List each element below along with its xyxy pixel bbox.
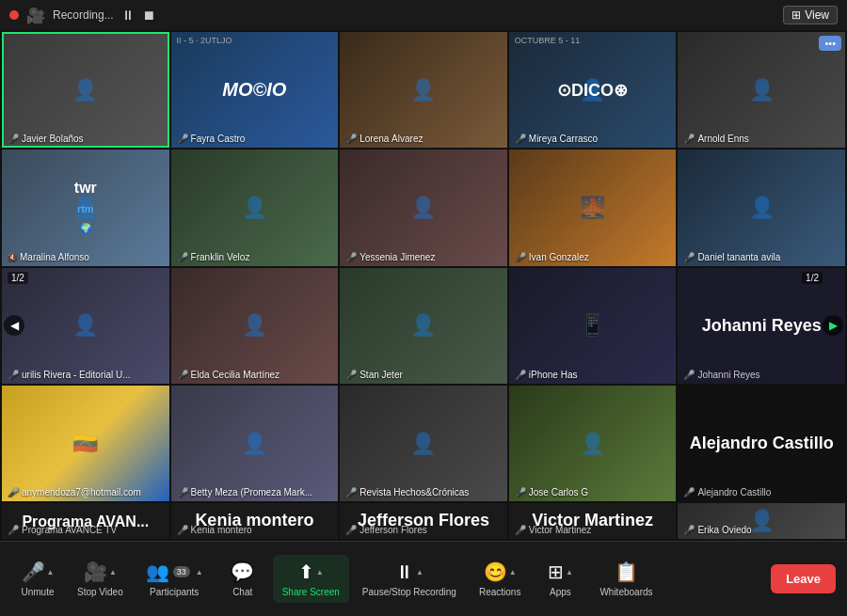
video-cell-murilis[interactable]: ◀ 1/2 👤 🎤 urilis Rivera - Editorial U... (2, 268, 169, 384)
mic-icon-jose: 🎤 (515, 487, 526, 498)
video-cell-iphone[interactable]: 📱 🎤 iPhone Has (509, 268, 677, 384)
video-cell-jose[interactable]: 👤 🎤 Jose Carlos G (509, 386, 677, 501)
share-screen-icon: ⬆ (298, 561, 314, 583)
apps-label: Apps (550, 587, 571, 597)
mic-icon-arnold: 🎤 (683, 134, 695, 144)
video-cell-arnold[interactable]: 👤 ••• 🎤 Arnold Enns (678, 32, 845, 148)
video-cell-javier[interactable]: 👤 🎤 Javier Bolaños (2, 32, 169, 148)
stop-recording-icon[interactable]: ⏹ (142, 8, 155, 23)
share-screen-label: Share Screen (282, 587, 340, 597)
video-cell-johanni[interactable]: ▶ 1/2 Johanni Reyes 🎤 Johanni Reyes (678, 268, 845, 384)
mic-icon-yessenia: 🎤 (345, 252, 357, 262)
nav-left-arrow[interactable]: ◀ (4, 315, 24, 336)
mocio-overlay: MO©IO (171, 32, 339, 148)
video-feed-franklin: 👤 (171, 150, 339, 265)
name-tag-programa: 🎤 Programa AVANCE TV (8, 525, 117, 535)
mic-icon-elda: 🎤 (177, 370, 188, 380)
video-cell-yessenia[interactable]: 👤 🎤 Yessenia Jimenez (340, 150, 507, 265)
name-tag-jefferson: 🎤 Jefferson Flores (345, 525, 427, 535)
share-screen-button[interactable]: ⬆ ▲ Share Screen (273, 555, 349, 603)
name-tag-elda: 🎤 Elda Cecilia Martínez (177, 370, 280, 380)
video-cell-maralina[interactable]: 👤 twrrtm🌍 🔇 Maralina Alfonso (2, 150, 169, 265)
twr-overlay: twrrtm🌍 (2, 150, 169, 265)
chat-button[interactable]: 💬 Chat (216, 555, 269, 603)
mic-icon-iphone: 🎤 (515, 370, 526, 380)
pause-icon-row: ⏸ ▲ (395, 561, 424, 583)
mic-icon-kenia: 🎤 (177, 525, 188, 535)
video-cell-programa[interactable]: Programa AVAN... 🎤 Programa AVANCE TV (2, 503, 169, 539)
participants-caret[interactable]: ▲ (196, 568, 203, 577)
video-cell-betty[interactable]: 👤 🎤 Betty Meza (Promeza Mark... (171, 386, 339, 501)
pause-recording-icon[interactable]: ⏸ (121, 8, 135, 23)
top-bar-left: 🎥 Recording... ⏸ ⏹ (9, 7, 155, 24)
name-tag-betty: 🎤 Betty Meza (Promeza Mark... (177, 487, 312, 498)
stop-video-caret[interactable]: ▲ (109, 568, 117, 577)
zoom-logo-icon: 🎥 (26, 7, 45, 24)
reactions-label: Reactions (479, 587, 520, 597)
johanni-display-name: Johanni Reyes (695, 308, 829, 344)
apps-button[interactable]: ⊞ ▲ Apps (534, 555, 586, 603)
video-cell-erika[interactable]: 👤 🎤 Erika Oviedo (678, 503, 845, 539)
video-cell-franklin[interactable]: 👤 🎤 Franklin Veloz (171, 150, 339, 265)
leave-button[interactable]: Leave (771, 564, 836, 593)
mic-icon-betty: 🎤 (177, 487, 188, 498)
mic-icon-alejandro: 🎤 (683, 487, 695, 498)
reactions-icon-row: 😊 ▲ (484, 561, 517, 583)
name-tag-erika: 🎤 Erika Oviedo (683, 525, 751, 535)
video-cell-elda[interactable]: 👤 🎤 Elda Cecilia Martínez (171, 268, 339, 384)
more-button-arnold[interactable]: ••• (819, 36, 841, 51)
dico-overlay: ⊙DICO⊛ (509, 32, 677, 148)
unmute-caret[interactable]: ▲ (47, 568, 55, 577)
video-cell-alejandro[interactable]: Alejandro Castillo 🎤 Alejandro Castillo (678, 386, 845, 501)
mic-icon-any: 🎤 (8, 487, 19, 498)
participants-icon: 👥 (146, 561, 169, 583)
stop-video-label: Stop Video (77, 587, 123, 597)
alejandro-display-name: Alejandro Castillo (682, 426, 841, 462)
video-cell-kenia[interactable]: Kenia montero 🎤 Kenia montero (171, 503, 339, 539)
video-cell-lorena[interactable]: 👤 🎤 Lorena Álvarez (340, 32, 507, 148)
name-tag-johanni: 🎤 Johanni Reyes (683, 370, 759, 380)
mic-muted-icon-maralina: 🔇 (8, 253, 17, 261)
toolbar-items: 🎤 ▲ Unmute 🎥 ▲ Stop Video 👥 33 ▲ Partici… (11, 555, 771, 603)
reactions-caret[interactable]: ▲ (509, 568, 517, 577)
name-tag-maralina: 🔇 Maralina Alfonso (8, 252, 89, 262)
video-cell-victor[interactable]: Victor Martinez 🎤 Victor Martinez (509, 503, 677, 539)
video-cell-revista[interactable]: 👤 🎤 Revista Hechos&Crónicas (340, 386, 507, 501)
stop-video-button[interactable]: 🎥 ▲ Stop Video (68, 555, 133, 603)
view-label: View (805, 8, 829, 22)
video-cell-ivan[interactable]: 🌉 🎤 Ivan Gonzalez (509, 150, 677, 265)
recording-label: Recording... (53, 8, 114, 22)
video-cell-any[interactable]: 🇻🇪 🎤 anymendoza7@hotmail.com (2, 386, 169, 501)
pause-caret[interactable]: ▲ (416, 568, 424, 577)
video-feed-any: 🇻🇪 (2, 386, 169, 501)
unmute-button[interactable]: 🎤 ▲ Unmute (11, 555, 64, 603)
video-cell-mireya[interactable]: 👤 OCTUBRE 5 - 11 ⊙DICO⊛ 🎤 Mireya Carrasc… (509, 32, 677, 148)
video-feed-murilis: 👤 (2, 268, 169, 384)
page-indicator-right: 1/2 (802, 272, 823, 284)
whiteboards-button[interactable]: 📋 Whiteboards (590, 555, 662, 603)
reactions-icon: 😊 (484, 561, 507, 583)
name-tag-victor: 🎤 Victor Martinez (515, 525, 592, 535)
chat-label: Chat (232, 587, 252, 597)
mic-icon-lorena: 🎤 (345, 134, 357, 144)
video-cell-stan[interactable]: 👤 🎤 Stan Jeter (340, 268, 507, 384)
whiteboards-label: Whiteboards (599, 587, 652, 597)
mic-icon-erika: 🎤 (683, 525, 695, 535)
reactions-button[interactable]: 😊 ▲ Reactions (470, 555, 530, 603)
name-tag-lorena: 🎤 Lorena Álvarez (345, 134, 423, 144)
video-cell-fayra[interactable]: II - 5 · 2UTLJO MO©IO 🎤 Fayra Castro (171, 32, 339, 148)
nav-right-arrow[interactable]: ▶ (823, 315, 843, 336)
participants-button[interactable]: 👥 33 ▲ Participants (136, 555, 213, 603)
video-grid: 👤 🎤 Javier Bolaños II - 5 · 2UTLJO MO©IO… (0, 30, 847, 541)
mic-icon-mireya: 🎤 (515, 134, 526, 144)
grid-icon: ⊞ (791, 8, 801, 22)
apps-icon-row: ⊞ ▲ (548, 561, 573, 583)
video-cell-daniel[interactable]: 👤 🎤 Daniel tananta avila (678, 150, 845, 265)
view-button[interactable]: ⊞ View (783, 6, 838, 24)
video-feed-stan: 👤 (340, 268, 507, 384)
share-screen-caret[interactable]: ▲ (316, 568, 324, 577)
video-cell-jefferson[interactable]: Jefferson Flores 🎤 Jefferson Flores (340, 503, 507, 539)
apps-caret[interactable]: ▲ (566, 568, 573, 577)
pause-recording-button[interactable]: ⏸ ▲ Pause/Stop Recording (353, 556, 466, 603)
name-tag-alejandro: 🎤 Alejandro Castillo (683, 487, 771, 498)
